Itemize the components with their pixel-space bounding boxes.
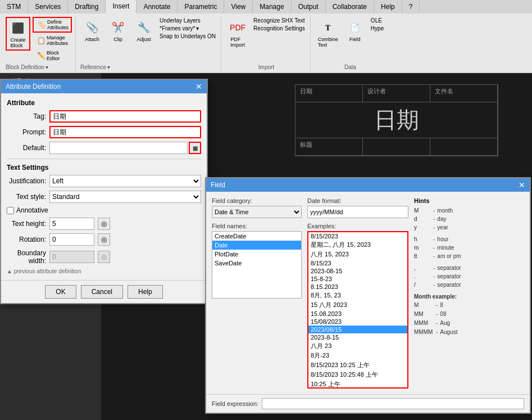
clip-button[interactable]: ✂️ Clip [106,17,130,63]
default-row: Default: ▦ [7,142,201,154]
attr-dialog-title: Attribute Definition ✕ [1,80,207,93]
attach-button[interactable]: 📎 Attach [80,17,104,63]
designer-header-cell: 设计者 [363,85,430,102]
default-label: Default: [7,144,46,152]
example-10[interactable]: 15/08/2023 [308,318,407,326]
import-label: Import [226,63,307,70]
recognition-settings-button[interactable]: Recognition Settings [252,25,307,32]
tab-annotate[interactable]: Annotate [137,0,178,13]
tab-view[interactable]: View [224,0,253,13]
tab-services[interactable]: Services [28,0,68,13]
rotation-input[interactable] [49,233,94,246]
attribute-section-label: Attribute [7,99,201,107]
define-attributes-button[interactable]: 🏷️ DefineAttributes [33,17,72,33]
justification-row: Justification: Left [7,175,201,187]
example-8[interactable]: 15 八月 2023 [308,300,407,310]
frames-vary-button[interactable]: *Frames vary* ▾ [158,25,217,32]
text-style-select[interactable]: Standard [49,191,201,203]
prompt-input[interactable] [49,126,201,138]
example-13[interactable]: 八月 23 [308,341,407,351]
tab-question[interactable]: ? [402,0,420,13]
tab-output[interactable]: Output [292,0,326,13]
ok-button[interactable]: OK [45,285,76,299]
tab-stm[interactable]: STM [0,0,28,13]
field-name-createdate[interactable]: CreateDate [212,232,301,241]
field-dialog-body: Field category: Date & Time Field names:… [206,192,530,394]
tab-drafting[interactable]: Drafting [68,0,106,13]
title-label-cell: 标题 [295,138,363,155]
examples-label: Examples: [307,223,408,229]
example-0[interactable]: 8/15/2023 [308,232,407,240]
example-11[interactable]: 2023/08/15 [308,326,407,333]
format-input[interactable] [307,206,408,218]
field-dialog-close-button[interactable]: ✕ [519,180,525,189]
boundary-pick-button[interactable]: ◎ [98,251,110,263]
title-empty-cell [363,138,430,155]
example-5[interactable]: 15-8-23 [308,275,407,283]
annotative-checkbox[interactable] [7,207,14,214]
underlay-layers-button[interactable]: Underlay Layers [158,17,217,24]
adjust-button[interactable]: 🔧 Adjust [132,17,156,63]
field-name-date[interactable]: Date [212,241,301,250]
combine-text-button[interactable]: 𝐓 CombineText [315,17,341,49]
expression-input[interactable] [262,398,524,409]
text-height-pick-button[interactable]: ◎ [98,218,110,230]
default-input[interactable] [49,142,188,154]
block-definition-label: Block Definition ▾ [6,63,72,70]
help-button[interactable]: Help [128,285,163,299]
example-17[interactable]: 10:25 上午 [308,380,407,389]
snap-underlays-button[interactable]: Snap to Underlays ON [158,33,217,40]
example-7[interactable]: 8月, 15, 23 [308,291,407,300]
pdf-import-button[interactable]: PDF PDFImport [226,17,249,49]
example-3[interactable]: 8/15/23 [308,259,407,267]
field-expression-row: Field expression: [206,394,530,413]
category-select[interactable]: Date & Time [212,206,302,218]
tag-label: Tag: [7,112,46,120]
field-names-list: CreateDate Date PlotDate SaveDate [212,231,302,299]
annotative-row: Annotative [7,206,201,214]
recognize-shx-button[interactable]: Recognize SHX Text [252,17,307,24]
attr-dialog-close-button[interactable]: ✕ [195,82,202,91]
boundary-input[interactable] [49,251,94,263]
tab-manage[interactable]: Manage [253,0,291,13]
default-field-button[interactable]: ▦ [189,142,201,154]
attr-dialog-footer: OK Cancel Help [1,280,207,303]
field-button[interactable]: 📄 Field [343,17,367,44]
create-block-button[interactable]: ⬛ CreateBlock [6,17,30,51]
format-label: Date format: [307,197,408,204]
example-4[interactable]: 2023-08-15 [308,267,407,275]
boundary-row: Boundary width: ◎ [7,249,201,265]
hype-button[interactable]: Hype [369,25,385,32]
clip-icon: ✂️ [109,19,127,37]
example-6[interactable]: 8.15.2023 [308,283,407,291]
example-2[interactable]: 八月 15, 2023 [308,250,407,259]
cancel-button[interactable]: Cancel [81,285,123,299]
examples-list: 8/15/2023 星期二, 八月 15, 2023 八月 15, 2023 8… [307,231,408,389]
data-label: Data [315,63,385,70]
example-15[interactable]: 8/15/2023 10:25 上午 [308,360,407,370]
field-name-savedate[interactable]: SaveDate [212,259,301,268]
tab-insert[interactable]: Insert [106,0,137,13]
ole-button[interactable]: OLE [369,17,385,24]
text-style-label: Text style: [7,193,46,201]
example-14[interactable]: 8月-23 [308,351,407,360]
tab-help[interactable]: Help [374,0,402,13]
tab-collaborate[interactable]: Collaborate [326,0,374,13]
field-icon: 📄 [346,19,364,37]
example-9[interactable]: 15.08.2023 [308,310,407,318]
example-1[interactable]: 星期二, 八月 15, 2023 [308,240,407,250]
rotation-label: Rotation: [7,236,46,243]
example-16[interactable]: 8/15/2023 10:25:48 上午 [308,370,407,380]
tab-parametric[interactable]: Parametric [178,0,224,13]
block-editor-button[interactable]: ✏️ BlockEditor [33,48,72,63]
text-height-input[interactable] [49,218,94,230]
default-input-group: ▦ [49,142,201,154]
tag-input[interactable] [49,110,201,123]
example-12[interactable]: 2023-8-15 [308,333,407,341]
manage-attributes-button[interactable]: 📋 ManageAttributes [33,33,72,48]
rotation-pick-button[interactable]: ◎ [98,233,110,246]
justification-label: Justification: [7,177,46,185]
ribbon-tabs: STM Services Drafting Insert Annotate Pa… [0,0,532,13]
field-name-plotdate[interactable]: PlotDate [212,250,301,259]
justification-select[interactable]: Left [49,175,201,187]
